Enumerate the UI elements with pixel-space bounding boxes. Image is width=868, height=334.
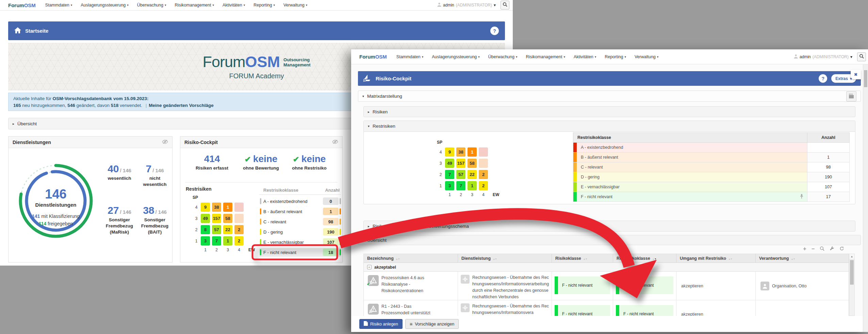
wrench-icon[interactable] [830,246,834,252]
nav-item-reporting[interactable]: Reporting▾ [253,3,275,7]
nav-item-reporting[interactable]: Reporting▾ [605,54,626,59]
search-button[interactable] [501,1,509,10]
matrix-cell[interactable]: 38 [456,147,465,157]
matrix-cell[interactable]: 49 [445,159,454,168]
vorschlaege-anzeigen-button[interactable]: ≡ Vorschläge anzeigen [405,319,459,329]
class-row-b[interactable]: B - äußerst relevant1 [573,153,850,162]
table-row[interactable]: ✔ Prozessrisiken 4.6 aus Risikoanalyse -… [364,272,849,300]
matrix-cell[interactable]: 3 [445,181,454,190]
nav-item-stammdaten[interactable]: Stammdaten▾ [396,54,423,59]
risiken-panel-collapsed[interactable]: ▸ Risiken [363,106,855,117]
matrix-cell[interactable]: 9 [445,147,454,157]
nav-item-aktivitaeten[interactable]: Aktivitäten▾ [223,3,245,7]
class-row-f[interactable]: F - nicht relevant18 [259,248,341,257]
uebersicht-section-header[interactable]: ▾ Übersicht [358,235,861,245]
matrix-cell[interactable]: 1 [468,181,477,190]
class-row-b[interactable]: B - äußerst relevant1 [259,207,341,216]
nav-item-risikomanagement[interactable]: Risikomanagement▾ [175,3,214,7]
class-row-c[interactable]: C - relevant98 [573,162,850,172]
search-icon[interactable] [820,246,824,252]
brand-logo[interactable]: ForumOSM [359,54,387,60]
matrix-cell[interactable]: 1 [223,203,232,212]
column-dienstleistung[interactable]: Dienstleistung▲▼ [458,254,552,263]
matrix-cell[interactable] [234,214,244,223]
column-risikoklasse[interactable]: Risikoklasse▲▼ [552,254,613,263]
nav-item-auslagerungssteuerung[interactable]: Auslagerungssteuerung▾ [81,3,129,7]
nav-item-stammdaten[interactable]: Stammdaten▾ [45,3,72,7]
class-row-a[interactable]: A - existenzbedrohend0 [259,197,341,206]
column-restrisikoklasse[interactable]: Restrisikoklasse▲▼ [613,254,676,263]
group-row-akzeptabel[interactable]: − akzeptabel [364,263,849,272]
risiko-anlegen-button[interactable]: Risiko anlegen [359,319,403,329]
sort-desc-icon[interactable]: ▲▼ [652,256,656,261]
nav-item-verwaltung[interactable]: Verwaltung▾ [635,54,658,59]
matrix-cell[interactable]: 1 [223,236,232,245]
sort-icon[interactable]: ▲▼ [728,256,732,261]
sort-icon[interactable]: ▲▼ [493,256,497,261]
matrix-cell[interactable]: 2 [234,236,244,245]
matrix-cell[interactable]: 9 [201,203,210,212]
nav-item-ueberwachung[interactable]: Überwachung▾ [137,3,166,7]
matrix-cell[interactable]: 57 [456,170,465,179]
add-icon[interactable]: + [803,246,806,251]
class-row-e[interactable]: E - vernachlässigbar107 [573,182,850,192]
window-scrollbar[interactable] [863,64,868,332]
layout-grid-icon[interactable] [846,91,856,101]
brand-logo[interactable]: ForumOSM [8,2,36,8]
nav-item-risikomanagement[interactable]: Risikomanagement▾ [526,54,566,59]
matrix-cell[interactable]: 57 [212,225,221,234]
nav-item-verwaltung[interactable]: Verwaltung▾ [283,3,307,7]
matrix-cell[interactable] [479,147,488,157]
sort-icon[interactable]: ▲▼ [396,256,400,261]
class-row-d[interactable]: D - gering190 [259,227,341,236]
matrix-cell[interactable]: 7 [212,236,221,245]
pin-icon[interactable] [800,194,804,200]
matrix-cell[interactable]: 22 [223,225,232,234]
matrix-cell[interactable]: 7 [456,181,465,190]
collapse-group-icon[interactable]: − [367,265,372,269]
matrix-cell[interactable]: 49 [201,214,210,223]
matrix-cell[interactable]: 7 [445,170,454,179]
restrisiken-panel-header[interactable]: ▾ Restrisiken [364,121,855,132]
help-button[interactable]: ? [490,27,499,35]
matrix-cell[interactable]: 157 [456,159,465,168]
column-verantwortung[interactable]: Verantwortung▲▼ [756,254,849,263]
class-row-c[interactable]: C - relevant98 [259,217,341,226]
matrix-cell[interactable]: 3 [201,236,210,245]
matrix-cell[interactable]: 22 [468,170,477,179]
sort-icon[interactable]: ▲▼ [583,256,587,261]
matrix-cell[interactable]: 2 [479,181,488,190]
class-row-f[interactable]: F - nicht relevant17 [573,192,850,202]
column-umgang-mit-restrisiko[interactable]: Umgang mit Restrisiko▲▼ [676,254,756,263]
help-button[interactable]: ? [819,74,827,83]
nav-item-aktivitaeten[interactable]: Aktivitäten▾ [574,54,596,59]
remove-icon[interactable]: − [812,246,815,251]
matrix-cell[interactable] [234,203,244,212]
scrollbar-thumb[interactable] [864,70,867,87]
column-bezeichnung[interactable]: Bezeichnung▲▼ [364,254,458,263]
matrix-cell[interactable]: 8 [201,225,210,234]
user-menu[interactable]: admin (ADMINISTRATOR) ▾ [794,54,852,60]
nav-item-auslagerungssteuerung[interactable]: Auslagerungssteuerung▾ [432,54,480,59]
matrixdarstellung-section[interactable]: ▾ Matrixdarstellung [358,91,861,102]
nav-item-ueberwachung[interactable]: Überwachung▾ [488,54,518,59]
class-row-a[interactable]: A - existenzbedrohend [573,143,850,153]
search-button[interactable] [857,52,866,61]
matrix-cell[interactable]: 1 [468,147,477,157]
class-row-e[interactable]: E - vernachlässigbar107 [259,238,341,246]
matrix-cell[interactable]: 58 [468,159,477,168]
eye-slash-icon[interactable] [332,140,338,145]
class-row-d[interactable]: D - gering190 [573,172,850,182]
scroll-up-icon[interactable]: ▲ [849,254,854,259]
scrollbar-thumb[interactable] [850,260,854,285]
table-scrollbar[interactable]: ▲ [849,254,855,316]
user-menu[interactable]: admin (ADMINISTRATOR) ▾ [437,2,496,8]
sort-icon[interactable]: ▲▼ [791,256,795,261]
changed-suggestions-link[interactable]: Meine geänderten Vorschläge [149,103,213,108]
matrix-cell[interactable]: 2 [234,225,244,234]
matrix-cell[interactable]: 157 [212,214,221,223]
matrix-cell[interactable]: 2 [479,170,488,179]
matrix-cell[interactable]: 38 [212,203,221,212]
eye-slash-icon[interactable] [162,140,168,145]
matrix-cell[interactable] [479,159,488,168]
